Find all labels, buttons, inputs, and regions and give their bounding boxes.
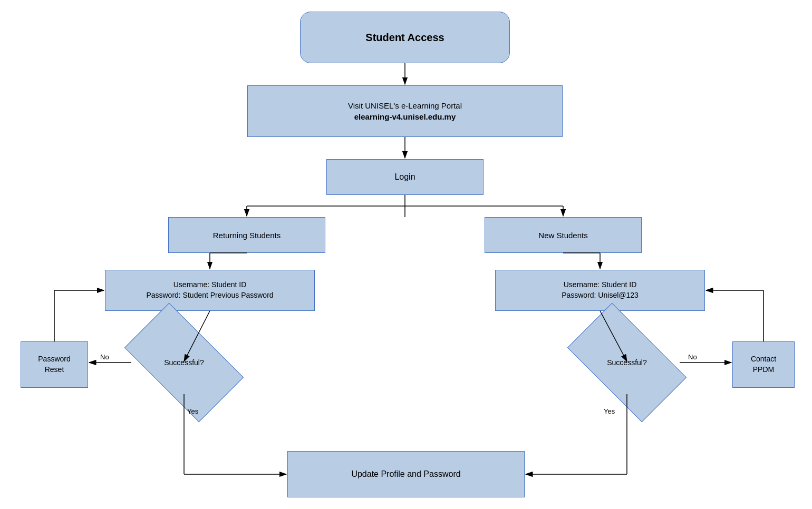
- returning-success-diamond: Successful?: [131, 331, 237, 394]
- arrows-svg: No No Yes Yes: [0, 0, 812, 509]
- update-profile-label: Update Profile and Password: [351, 468, 460, 480]
- returning-label: Returning Students: [213, 230, 281, 241]
- login-box: Login: [326, 159, 484, 195]
- flowchart: Student Access Visit UNISEL's e-Learning…: [0, 0, 812, 509]
- new-students-box: New Students: [485, 217, 642, 253]
- new-creds-box: Username: Student IDPassword: Unisel@123: [495, 270, 705, 311]
- password-reset-label: PasswordReset: [38, 354, 70, 375]
- svg-text:No: No: [688, 353, 697, 361]
- login-label: Login: [394, 171, 415, 183]
- new-success-label: Successful?: [574, 331, 680, 394]
- new-success-diamond: Successful?: [574, 331, 680, 394]
- portal-box: Visit UNISEL's e-Learning Portalelearnin…: [247, 85, 563, 137]
- password-reset-box: PasswordReset: [21, 341, 88, 388]
- returning-creds-label: Username: Student IDPassword: Student Pr…: [146, 280, 273, 300]
- returning-success-label: Successful?: [131, 331, 237, 394]
- new-students-label: New Students: [538, 230, 587, 241]
- returning-students-box: Returning Students: [168, 217, 325, 253]
- student-access-label: Student Access: [365, 30, 444, 45]
- returning-creds-box: Username: Student IDPassword: Student Pr…: [105, 270, 315, 311]
- new-creds-label: Username: Student IDPassword: Unisel@123: [562, 280, 639, 300]
- svg-text:No: No: [100, 353, 109, 361]
- contact-ppdm-label: ContactPPDM: [751, 354, 776, 375]
- portal-label: Visit UNISEL's e-Learning Portalelearnin…: [348, 100, 462, 122]
- update-profile-box: Update Profile and Password: [287, 451, 525, 497]
- student-access-box: Student Access: [300, 12, 510, 63]
- contact-ppdm-box: ContactPPDM: [732, 341, 795, 388]
- svg-text:Yes: Yes: [604, 407, 615, 415]
